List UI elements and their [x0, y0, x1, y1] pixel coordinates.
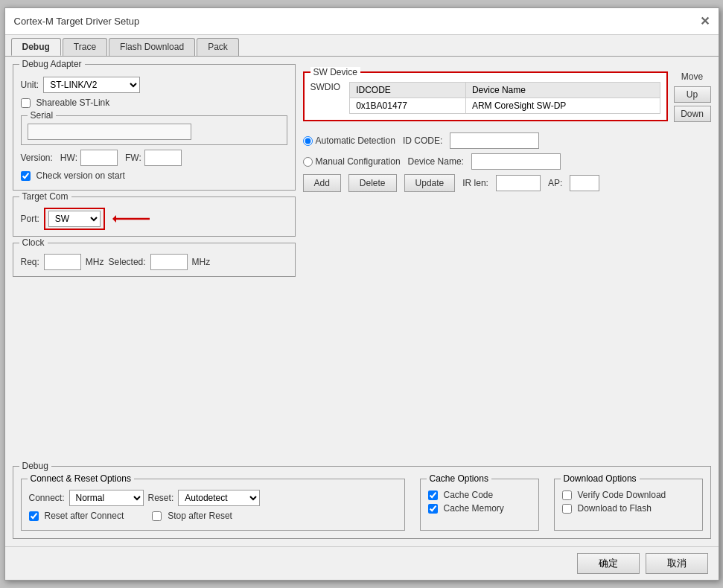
add-button[interactable]: Add [303, 174, 341, 192]
download-options-group: Download Options Verify Code Download Do… [554, 479, 703, 531]
reset-after-connect-label: Reset after Connect [45, 511, 124, 521]
debug-inner: Connect & Reset Options Connect: Normal … [21, 479, 703, 531]
shareable-label: Shareable ST-Link [36, 98, 110, 108]
target-com-group: Target Com Port: SW JTAG [13, 196, 296, 237]
device-name-header: Device Name [465, 83, 660, 98]
unit-select[interactable]: ST-LINK/V2 [43, 77, 140, 93]
stop-after-reset-checkbox[interactable] [152, 511, 162, 521]
port-label: Port: [21, 214, 39, 224]
tab-trace[interactable]: Trace [63, 38, 107, 56]
cache-options-title: Cache Options [427, 473, 491, 484]
download-options-title: Download Options [561, 473, 640, 484]
fw-field: FW: V2J37S7 [125, 150, 182, 166]
move-label: Move [681, 71, 703, 82]
port-select[interactable]: SW JTAG [48, 211, 101, 227]
unit-row: Unit: ST-LINK/V2 [21, 77, 287, 93]
reset-after-connect-checkbox[interactable] [29, 511, 39, 521]
idcode-value: 0x1BA01477 [350, 98, 466, 114]
manual-config-row: Manual Configuration Device Name: [303, 153, 711, 170]
version-row: Version: HW: V2 FW: V2J37S7 [21, 150, 287, 166]
sw-device-table: IDCODE Device Name 0x1BA01477 ARM CoreSi… [349, 82, 660, 114]
req-mhz-label: MHz [86, 257, 104, 267]
fw-input[interactable]: V2J37S7 [144, 150, 182, 166]
verify-download-row: Verify Code Download [562, 490, 695, 500]
auto-detect-row: Automatic Detection ID CODE: [303, 132, 711, 149]
detection-section: Automatic Detection ID CODE: Manual Conf… [303, 128, 711, 196]
clock-title: Clock [19, 237, 48, 248]
ir-len-input[interactable] [496, 175, 541, 191]
debug-group-title: Debug [19, 461, 51, 471]
manual-label: Manual Configuration [316, 156, 401, 167]
check-version-checkbox[interactable] [21, 171, 31, 181]
swdio-label: SWDIO [310, 82, 345, 92]
debug-group: Debug Connect & Reset Options Connect: N… [13, 466, 711, 539]
sw-device-wrapper: SWDIO IDCODE Device Name [310, 82, 660, 114]
update-button[interactable]: Update [404, 174, 456, 192]
stop-after-reset-label: Stop after Reset [168, 511, 232, 521]
device-name-input[interactable] [471, 153, 561, 170]
check-version-label: Check version on start [36, 170, 125, 181]
delete-button[interactable]: Delete [348, 174, 397, 192]
ap-input[interactable]: 0 [570, 175, 599, 191]
check-version-row: Check version on start [21, 170, 287, 181]
ap-label: AP: [548, 178, 562, 188]
tab-bar: Debug Trace Flash Download Pack [5, 35, 719, 57]
hw-input[interactable]: V2 [80, 150, 118, 166]
cache-memory-checkbox[interactable] [428, 504, 438, 514]
clock-group: Clock Req: 10 MHz Selected: 4 MHz [13, 243, 296, 277]
tab-pack[interactable]: Pack [197, 38, 239, 56]
req-input[interactable]: 10 [44, 254, 81, 270]
serial-title: Serial [28, 110, 57, 121]
cache-memory-label: Cache Memory [444, 503, 504, 514]
hw-field: HW: V2 [60, 150, 118, 166]
shareable-checkbox[interactable] [21, 98, 31, 108]
connect-row: Connect: Normal Under Reset Connect & Re… [29, 490, 397, 506]
left-panel: Debug Adapter Unit: ST-LINK/V2 Shareable… [13, 64, 296, 457]
port-row: Port: SW JTAG [21, 208, 287, 230]
cancel-button[interactable]: 取消 [646, 553, 708, 574]
tab-debug[interactable]: Debug [11, 38, 61, 56]
download-to-flash-checkbox[interactable] [562, 504, 572, 514]
svg-marker-1 [112, 215, 116, 223]
sw-device-group: SW Device SWDIO IDCODE Device Name [303, 71, 668, 121]
window-title: Cortex-M Target Driver Setup [14, 16, 140, 27]
move-down-button[interactable]: Down [674, 106, 711, 122]
device-name-value: ARM CoreSight SW-DP [465, 98, 660, 114]
verify-download-checkbox[interactable] [562, 490, 572, 500]
top-section: Debug Adapter Unit: ST-LINK/V2 Shareable… [13, 64, 711, 457]
selected-input[interactable]: 4 [150, 254, 188, 270]
fw-label: FW: [125, 153, 141, 163]
cache-code-checkbox[interactable] [428, 490, 438, 500]
unit-label: Unit: [21, 80, 39, 90]
title-bar: Cortex-M Target Driver Setup ✕ [5, 8, 719, 35]
cache-memory-row: Cache Memory [428, 503, 531, 514]
debug-adapter-group: Debug Adapter Unit: ST-LINK/V2 Shareable… [13, 64, 296, 191]
connect-reset-title: Connect & Reset Options [28, 473, 134, 484]
tab-flash-download[interactable]: Flash Download [109, 38, 195, 56]
main-window: Cortex-M Target Driver Setup ✕ Debug Tra… [4, 7, 719, 581]
close-button[interactable]: ✕ [700, 14, 710, 28]
debug-adapter-title: Debug Adapter [19, 59, 85, 69]
connect-select[interactable]: Normal Under Reset Connect & Reset [69, 490, 144, 506]
id-code-input[interactable] [450, 132, 539, 149]
reset-select[interactable]: Autodetect Software Hardware [178, 490, 260, 506]
selected-mhz-label: MHz [192, 257, 211, 267]
move-up-button[interactable]: Up [674, 86, 711, 103]
manual-config-radio[interactable] [303, 157, 313, 167]
target-com-title: Target Com [19, 191, 71, 202]
main-content: Debug Adapter Unit: ST-LINK/V2 Shareable… [5, 57, 719, 546]
auto-detect-radio[interactable] [303, 136, 313, 146]
download-to-flash-label: Download to Flash [578, 503, 652, 514]
confirm-button[interactable]: 确定 [577, 553, 640, 574]
selected-label: Selected: [109, 257, 146, 267]
red-arrow-icon [112, 211, 153, 226]
automatic-label: Automatic Detection [316, 135, 395, 146]
serial-input[interactable]: 32FF690630475035134I1551 [28, 124, 191, 140]
idcode-header: IDCODE [350, 83, 466, 98]
version-label: Version: [21, 153, 53, 163]
connect-reset-group: Connect & Reset Options Connect: Normal … [21, 479, 405, 531]
footer: 确定 取消 [5, 546, 719, 580]
cache-code-label: Cache Code [444, 490, 494, 500]
hw-label: HW: [60, 153, 77, 163]
action-row: Add Delete Update IR len: AP: 0 [303, 174, 711, 192]
